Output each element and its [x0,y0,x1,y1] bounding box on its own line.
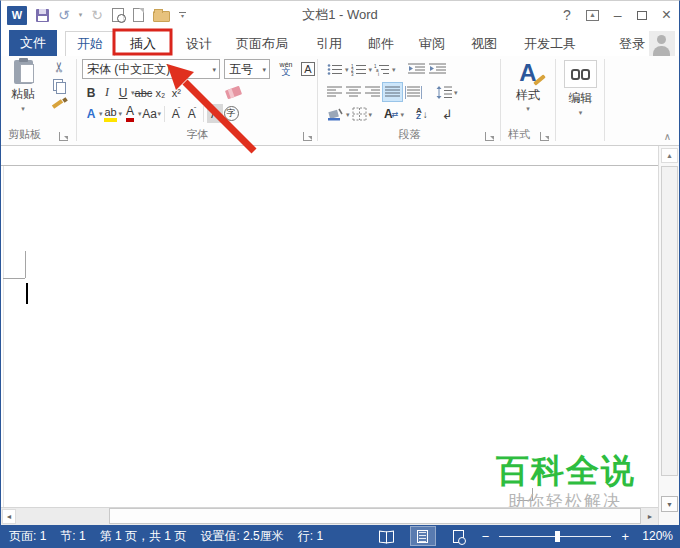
vertical-scrollbar[interactable]: ▲ ▼ [658,146,679,525]
cut-icon[interactable]: ✂ [52,61,66,73]
status-line-number[interactable]: 行: 1 [298,528,323,545]
read-mode-button[interactable] [374,526,400,546]
tab-home[interactable]: 开始 [65,31,115,56]
status-page-number[interactable]: 页面: 1 [9,528,46,545]
vertical-scrollbar-thumb[interactable] [661,166,678,476]
subscript-button[interactable]: x₂ [152,83,168,102]
asian-layout-dropdown-icon[interactable]: ▾ [400,111,404,118]
borders-button[interactable] [350,104,369,124]
line-spacing-dropdown-icon[interactable]: ▾ [454,89,458,96]
horizontal-scrollbar[interactable]: ◄ ► [1,507,658,525]
font-size-dropdown-icon[interactable]: ▾ [259,66,269,73]
styles-dialog-launcher-icon[interactable] [540,132,549,141]
horizontal-scrollbar-thumb[interactable] [109,508,641,524]
align-left-button[interactable] [325,82,344,102]
redo-icon[interactable]: ↻ [91,8,103,22]
enclose-characters-button[interactable]: 字 [223,104,239,123]
italic-button[interactable]: I [99,83,115,102]
asian-layout-button[interactable]: A⇄ [382,104,400,124]
sign-in-link[interactable]: 登录 [619,31,645,56]
grow-font-button[interactable]: Aˆ [168,104,184,123]
font-name-combo[interactable]: 宋体 (中文正文) ▾ [82,59,220,79]
help-icon[interactable]: ? [563,7,571,23]
zoom-in-button[interactable]: + [621,530,629,543]
bold-button[interactable]: B [83,83,99,102]
customize-qat-button[interactable]: ▾ [179,12,186,19]
new-document-icon[interactable] [133,8,144,22]
font-color-button[interactable]: A [126,105,134,122]
paste-button[interactable]: 粘贴 ▾ [6,60,40,126]
distributed-button[interactable] [403,82,424,102]
scroll-right-icon[interactable]: ► [643,509,657,524]
bullets-button[interactable] [325,59,345,79]
zoom-out-button[interactable]: − [482,530,490,543]
copy-icon[interactable] [53,79,65,92]
superscript-button[interactable]: x² [168,83,184,102]
editing-button[interactable]: 编辑 ▾ [562,60,599,126]
undo-dropdown-icon[interactable]: ▾ [79,11,83,19]
tab-view[interactable]: 视图 [459,31,509,56]
status-section[interactable]: 节: 1 [60,528,85,545]
tab-insert[interactable]: 插入 [115,31,171,56]
character-border-button[interactable]: A [299,59,317,79]
ribbon-display-options-icon[interactable]: ▲ [586,10,599,21]
borders-dropdown-icon[interactable]: ▾ [369,111,373,118]
save-icon[interactable] [36,9,49,22]
close-button[interactable]: × [662,6,671,24]
tab-review[interactable]: 审阅 [407,31,457,56]
tab-developer[interactable]: 开发工具 [511,31,589,56]
highlight-color-button[interactable]: ab [103,104,119,123]
font-size-combo[interactable]: 五号 ▾ [224,59,270,79]
print-layout-button[interactable] [410,526,436,546]
zoom-slider-thumb[interactable] [555,531,560,542]
tab-page-layout[interactable]: 页面布局 [225,31,299,56]
open-folder-icon[interactable] [153,11,170,22]
collapse-ribbon-icon[interactable]: ∧ [664,131,671,142]
tab-mailings[interactable]: 邮件 [357,31,405,56]
shrink-font-button[interactable]: Aˇ [184,104,200,123]
status-page-of[interactable]: 第 1 页，共 1 页 [100,528,187,545]
line-spacing-button[interactable] [434,82,454,102]
sort-button[interactable]: AZ ↓ [414,104,430,124]
tab-references[interactable]: 引用 [303,31,355,56]
tab-file[interactable]: 文件 [9,30,57,56]
web-layout-button[interactable] [446,526,472,546]
increase-indent-button[interactable] [427,59,448,79]
clear-formatting-icon[interactable] [225,86,242,100]
maximize-button[interactable] [637,11,647,20]
font-name-dropdown-icon[interactable]: ▾ [209,66,219,73]
strikethrough-button[interactable]: abc [135,83,153,102]
shading-button[interactable] [325,104,346,124]
document-page[interactable]: 百科全说 助你轻松解决 [1,146,658,507]
multilevel-dropdown-icon[interactable]: ▾ [392,66,396,73]
paragraph-dialog-launcher-icon[interactable] [485,132,494,141]
tab-design[interactable]: 设计 [175,31,223,56]
align-center-button[interactable] [344,82,363,102]
styles-dropdown-icon[interactable]: ▾ [526,105,530,112]
undo-icon[interactable]: ↺ [58,8,70,22]
text-effects-button[interactable]: A [83,104,99,123]
editing-dropdown-icon[interactable]: ▾ [579,109,583,116]
scroll-up-icon[interactable]: ▲ [661,148,678,163]
font-dialog-launcher-icon[interactable] [303,132,312,141]
avatar[interactable] [649,31,675,56]
phonetic-guide-button[interactable]: wén 文 [276,59,296,79]
change-case-dropdown-icon[interactable]: ▾ [158,110,162,117]
clipboard-dialog-launcher-icon[interactable] [59,132,68,141]
zoom-slider[interactable] [499,530,611,542]
underline-button[interactable]: U [115,83,131,102]
minimize-button[interactable]: – [614,10,622,20]
character-shading-button[interactable]: A [207,104,223,123]
align-right-button[interactable] [363,82,382,102]
status-setting-value[interactable]: 设置值: 2.5厘米 [200,528,283,545]
scroll-left-icon[interactable]: ◄ [2,509,16,524]
print-preview-icon[interactable] [112,8,124,22]
justify-button[interactable] [382,82,403,102]
decrease-indent-button[interactable] [406,59,427,79]
multilevel-list-button[interactable]: 1ai [372,59,392,79]
change-case-button[interactable]: Aa [142,104,158,123]
paste-dropdown-icon[interactable]: ▾ [21,105,25,112]
numbering-button[interactable]: 123 [349,59,369,79]
zoom-level[interactable]: 120% [639,529,673,543]
scroll-down-icon[interactable]: ▼ [661,496,678,512]
